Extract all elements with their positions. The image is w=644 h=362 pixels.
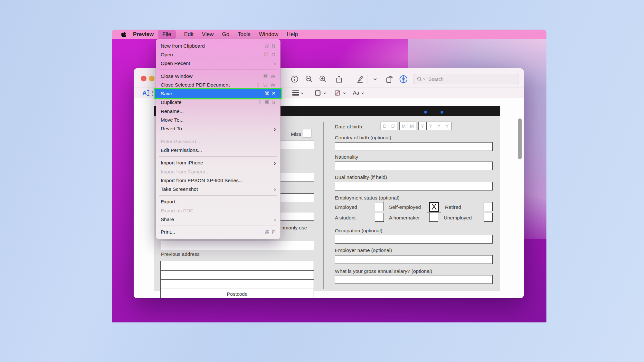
menu-item-print[interactable]: Print...⌘ P xyxy=(156,228,280,237)
salary-field[interactable] xyxy=(335,275,493,284)
left-text-field[interactable] xyxy=(161,241,314,250)
menu-item-take-screenshot[interactable]: Take Screenshot› xyxy=(156,185,280,193)
menu-item-open-recent[interactable]: Open Recent› xyxy=(156,59,280,68)
employer-name-field[interactable] xyxy=(335,255,493,264)
date-cell[interactable]: Y xyxy=(418,122,427,130)
retired-checkbox[interactable] xyxy=(484,202,493,211)
search-field[interactable]: Search xyxy=(413,74,519,84)
unemployed-checkbox[interactable] xyxy=(484,213,493,222)
date-cell[interactable]: D xyxy=(389,122,397,130)
apple-menu[interactable] xyxy=(121,31,127,38)
zoom-out-icon xyxy=(305,75,313,83)
menu-separator xyxy=(156,155,280,159)
fill-style-button[interactable] xyxy=(334,88,346,97)
date-cell[interactable]: Y xyxy=(443,122,451,130)
menubar-item-edit[interactable]: Edit xyxy=(184,30,194,39)
previous-address-label: Previous address xyxy=(161,251,200,257)
date-cell[interactable]: D xyxy=(381,122,389,130)
employed-checkbox[interactable] xyxy=(375,202,384,211)
menubar-item-help[interactable]: Help xyxy=(287,30,298,39)
menubar-item-go[interactable]: Go xyxy=(222,30,230,39)
menu-item-close-window[interactable]: Close Window⌘ W xyxy=(156,72,280,80)
minimize-window-button[interactable] xyxy=(149,76,155,81)
date-cell[interactable]: Y xyxy=(426,122,435,130)
menu-item-share[interactable]: Share› xyxy=(156,215,280,224)
line-thickness-icon xyxy=(292,90,299,96)
chevron-down-icon xyxy=(300,91,304,95)
date-cell[interactable]: M xyxy=(408,122,416,130)
menu-item-edit-permissions[interactable]: Edit Permissions... xyxy=(156,146,280,154)
retired-label: Retired xyxy=(445,204,461,210)
date-cell[interactable]: Y xyxy=(435,122,443,130)
chevron-down-icon xyxy=(361,91,365,95)
vertical-scrollbar[interactable] xyxy=(518,118,522,159)
highlight-button[interactable] xyxy=(354,74,366,84)
markup-button[interactable] xyxy=(398,74,409,84)
x-annotation[interactable]: X xyxy=(431,202,437,211)
share-button[interactable] xyxy=(333,74,345,84)
salary-label: What is your gross annual salary? (optio… xyxy=(335,268,432,274)
commonly-use-label-fragment: nmonly use xyxy=(281,225,307,231)
close-window-button[interactable] xyxy=(141,76,147,81)
a-student-checkbox[interactable] xyxy=(375,213,384,222)
selection-handle-right[interactable] xyxy=(440,111,443,114)
menubar-item-tools[interactable]: Tools xyxy=(238,30,251,39)
date-cell[interactable]: M xyxy=(399,122,408,130)
chevron-down-icon xyxy=(373,77,378,82)
border-color-icon xyxy=(314,90,321,96)
employment-status-label: Employment status (optional) xyxy=(335,195,400,201)
dual-nationality-field[interactable] xyxy=(335,182,493,190)
zoom-out-button[interactable] xyxy=(303,74,315,84)
previous-address-box[interactable]: Postcode xyxy=(160,261,314,298)
info-button[interactable] xyxy=(289,74,300,84)
annotation-selection-box[interactable]: X xyxy=(427,201,441,213)
menu-item-save[interactable]: Save⌘ S xyxy=(155,89,281,98)
menu-separator xyxy=(156,133,280,137)
fill-color-icon xyxy=(334,90,341,96)
submenu-arrow-icon: › xyxy=(274,161,276,165)
menubar-item-preview[interactable]: Preview xyxy=(133,30,154,39)
menu-item-new-from-clipboard[interactable]: New from Clipboard⌘ N xyxy=(156,42,280,50)
menu-item-rename[interactable]: Rename... xyxy=(156,107,280,116)
submenu-arrow-icon: › xyxy=(274,126,276,131)
menu-item-import-from-epson-xp-900-series[interactable]: Import from EPSON XP-900 Series... xyxy=(156,176,280,185)
menubar-item-view[interactable]: View xyxy=(202,30,214,39)
menu-item-import-from-iphone[interactable]: Import from iPhone› xyxy=(156,159,280,167)
menu-item-open[interactable]: Open...⌘ O xyxy=(156,50,280,59)
miss-checkbox[interactable] xyxy=(303,129,311,137)
self-employed-checkbox[interactable]: X xyxy=(429,202,439,212)
selection-handle-left[interactable] xyxy=(424,111,427,114)
occupation-label: Occupation (optional) xyxy=(335,228,382,234)
text-style-icon: Aa xyxy=(353,90,359,96)
date-of-birth-cells[interactable]: D D M M Y Y Y Y xyxy=(381,122,451,130)
nationality-field[interactable] xyxy=(335,162,493,170)
a-homemaker-checkbox[interactable] xyxy=(429,213,438,222)
text-tool-button[interactable]: A xyxy=(142,88,148,97)
column-divider xyxy=(323,122,324,289)
dual-nationality-label: Dual nationality (if held) xyxy=(335,174,387,180)
menubar-item-file[interactable]: File xyxy=(158,30,175,39)
submenu-arrow-icon: › xyxy=(274,187,276,191)
rotate-button[interactable] xyxy=(383,74,395,84)
zoom-in-icon xyxy=(319,75,327,83)
menu-item-export[interactable]: Export... xyxy=(156,198,280,206)
address-row-divider xyxy=(161,270,314,271)
text-style-button[interactable]: Aa xyxy=(353,88,365,97)
menu-item-revert-to[interactable]: Revert To› xyxy=(156,125,280,133)
menu-item-move-to[interactable]: Move To... xyxy=(156,116,280,124)
unemployed-label: Unemployed xyxy=(444,215,472,221)
menubar-item-window[interactable]: Window xyxy=(259,30,278,39)
highlight-dropdown-button[interactable] xyxy=(369,74,381,84)
occupation-field[interactable] xyxy=(335,235,493,244)
postcode-label: Postcode xyxy=(161,291,314,297)
date-of-birth-label: Date of birth xyxy=(335,124,362,130)
page-background: Search A xyxy=(0,0,644,362)
border-style-button[interactable] xyxy=(314,88,327,97)
menu-item-close-selected-pdf-document[interactable]: Close Selected PDF Document⇧ ⌘ W xyxy=(156,80,280,89)
line-style-button[interactable] xyxy=(292,88,304,97)
toolbar-separator xyxy=(367,75,367,84)
info-icon xyxy=(290,75,299,83)
zoom-in-button[interactable] xyxy=(317,74,329,84)
menu-item-duplicate[interactable]: Duplicate⇧ ⌘ S xyxy=(156,98,280,107)
country-of-birth-field[interactable] xyxy=(335,142,493,151)
